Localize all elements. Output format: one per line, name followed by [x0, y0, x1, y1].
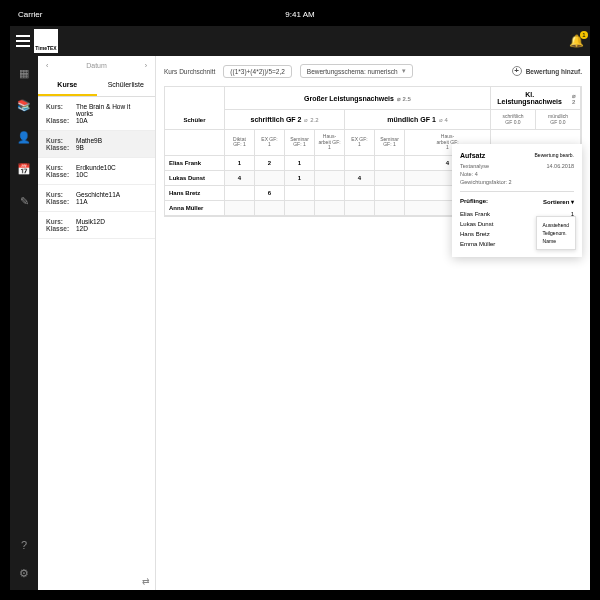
- date-next-icon[interactable]: ›: [145, 62, 147, 69]
- edit-icon[interactable]: ✎: [17, 194, 31, 208]
- app-topbar: TimeTEX 🔔1: [10, 26, 590, 56]
- transfer-icon[interactable]: ⇄: [142, 576, 150, 586]
- group-big-header: Großer Leistungsnachweis⌀ 2.5: [225, 87, 491, 110]
- scheme-select[interactable]: Bewertungsschema: numerisch▾: [300, 64, 413, 78]
- status-carrier: Carrier: [18, 10, 42, 19]
- popup-edit-link[interactable]: Bewertung bearb.: [535, 152, 574, 159]
- course-item[interactable]: Kurs:Mathe9B Klasse:9B: [38, 131, 155, 158]
- help-icon[interactable]: ?: [17, 538, 31, 552]
- course-sidebar: ‹ Datum › Kurse Schülerliste Kurs:The Br…: [38, 56, 156, 590]
- popup-title: Aufsatz: [460, 152, 485, 159]
- date-prev-icon[interactable]: ‹: [46, 62, 48, 69]
- library-icon[interactable]: 📚: [17, 98, 31, 112]
- tab-students[interactable]: Schülerliste: [97, 75, 156, 96]
- status-time: 9:41 AM: [285, 10, 314, 19]
- dashboard-icon[interactable]: ▦: [17, 66, 31, 80]
- plus-icon: +: [512, 66, 522, 76]
- menu-icon[interactable]: [16, 35, 30, 47]
- avg-formula: ((1*3)+(4*2))/5=2,2: [223, 65, 292, 78]
- notif-badge: 1: [580, 31, 588, 39]
- brand-logo: TimeTEX: [34, 29, 58, 53]
- course-item[interactable]: Kurs:Musik12D Klasse:12D: [38, 212, 155, 239]
- avg-label: Kurs Durchschnitt: [164, 68, 215, 75]
- date-label: Datum: [86, 62, 107, 69]
- course-item[interactable]: Kurs:Erdkunde10C Klasse:10C: [38, 158, 155, 185]
- sort-button[interactable]: Sortieren ▾: [543, 198, 574, 205]
- student-header: Schüler: [165, 110, 225, 130]
- tab-courses[interactable]: Kurse: [38, 75, 97, 96]
- notification-icon[interactable]: 🔔1: [569, 34, 584, 48]
- settings-icon[interactable]: ⚙: [17, 566, 31, 580]
- group-small-header: Kl. Leistungsnachweis⌀ 2: [491, 87, 581, 110]
- grades-content: Kurs Durchschnitt ((1*3)+(4*2))/5=2,2 Be…: [156, 56, 590, 590]
- nav-rail: ▦ 📚 👤 📅 ✎ ? ⚙: [10, 56, 38, 590]
- course-item[interactable]: Kurs:The Brain & How it works Klasse:10A: [38, 97, 155, 131]
- students-icon[interactable]: 👤: [17, 130, 31, 144]
- sort-menu[interactable]: Ausstehend Teilgenom. Name: [536, 216, 576, 250]
- calendar-icon[interactable]: 📅: [17, 162, 31, 176]
- course-item[interactable]: Kurs:Geschichte11A Klasse:11A: [38, 185, 155, 212]
- add-grade-button[interactable]: +Bewertung hinzuf.: [512, 66, 582, 76]
- grade-detail-popup: AufsatzBewertung bearb. Textanalyse14.06…: [452, 144, 582, 257]
